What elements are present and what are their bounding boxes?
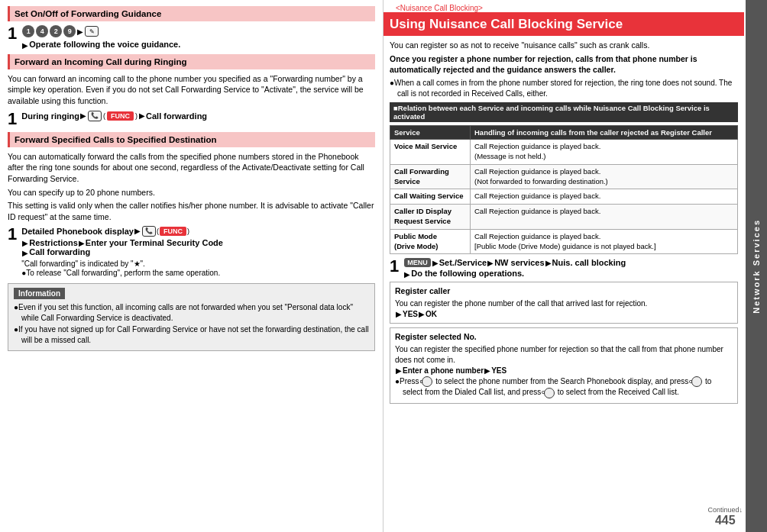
table-row: Voice Mail Service Call Rejection guidan… [390, 140, 738, 165]
service-call-waiting: Call Waiting Service [390, 189, 471, 205]
step2-content: During ringing ▶ 📞 ( FUNC ) ▶ Call forwa… [21, 111, 375, 121]
func-key: FUNC [107, 111, 134, 121]
info-box: Information ●Even if you set this functi… [8, 283, 375, 351]
right-panel: <Nuisance Call Blocking> Using Nuisance … [384, 0, 767, 532]
page-number: 445 [715, 514, 736, 527]
handling-call-forwarding: Call Rejection guidance is played back.(… [471, 164, 738, 189]
handling-call-waiting: Call Rejection guidance is played back. [471, 189, 738, 205]
step1-content: 1 4 2 9 ▶ ✎ ▶Operate following the voice… [21, 25, 375, 50]
register-caller-sub: ▶YES▶OK [395, 309, 733, 320]
register-selected-label: Register selected No. [395, 331, 733, 343]
left-panel: Set On/Off of Forwarding Guidance 1 1 4 … [0, 0, 384, 532]
table-header-handling: Handling of incoming calls from the call… [471, 126, 738, 140]
during-ringing-label: During ringing [21, 111, 79, 121]
register-caller-block: Register caller You can register the pho… [390, 282, 738, 324]
right-step1-line2: ▶Do the following operations. [403, 269, 738, 279]
step2-row: 1 During ringing ▶ 📞 ( FUNC ) ▶ Call for… [8, 111, 375, 127]
step3-row: 1 Detailed Phonebook display ▶ 📞 ( FUNC … [8, 226, 375, 280]
step1-number: 1 [8, 25, 17, 42]
sub-header: <Nuisance Call Blocking> [390, 2, 738, 12]
section3-header: Forward Specified Calls to Specified Des… [8, 132, 375, 147]
step3-content: Detailed Phonebook display ▶ 📞 ( FUNC ) … [21, 226, 375, 280]
section2-header: Forward an Incoming Call during Ringing [8, 54, 375, 69]
continued-label: Continued↓ 445 [707, 506, 743, 527]
handling-caller-id: Call Rejection guidance is played back. [471, 205, 738, 230]
right-bullet1: ●When a call comes in from the phone num… [397, 78, 738, 98]
section2-title: Forward an Incoming Call during Ringing [15, 57, 187, 66]
arrow-2: ▶ [80, 111, 86, 120]
main-title: Using Nuisance Call Blocking Service [384, 12, 744, 36]
right-step1-content: MENU ▶ Set./Service ▶ NW services ▶ Nuis… [403, 258, 738, 279]
relation-header: ■Relation between each Service and incom… [390, 102, 738, 122]
select-text: to select the phone number from the Sear… [435, 377, 688, 385]
key-received: c [544, 388, 555, 398]
right-step1-row: 1 MENU ▶ Set./Service ▶ NW services ▶ Nu… [390, 258, 738, 279]
table-row: Call Forwarding Service Call Rejection g… [390, 164, 738, 189]
register-selected-block: Register selected No. You can register t… [390, 327, 738, 404]
key-2: 2 [50, 25, 62, 37]
received-text: to select from the Received Call list. [558, 388, 679, 396]
section3-body3: This setting is valid only when the call… [8, 200, 375, 222]
right-step1-number: 1 [390, 258, 399, 275]
step1-row: 1 1 4 2 9 ▶ ✎ ▶Operate following the voi… [8, 25, 375, 50]
step3-line2: ▶Restrictions▶Enter your Terminal Securi… [21, 238, 375, 248]
arrow-1: ▶ [77, 27, 83, 36]
arrow-3: ▶ [139, 111, 145, 120]
table-row: Public Mode(Drive Mode) Call Rejection g… [390, 229, 738, 254]
side-label-container: Network Services [746, 0, 767, 532]
key-pencil: ✎ [85, 26, 99, 37]
step3-line3: ▶Call forwarding [21, 247, 375, 257]
section3-title: Forward Specified Calls to Specified Des… [15, 135, 217, 144]
section2-body: You can forward an incoming call to the … [8, 73, 375, 107]
table-row: Call Waiting Service Call Rejection guid… [390, 189, 738, 205]
info-bullet2: ●If you have not signed up for Call Forw… [21, 324, 369, 345]
key-search: c [422, 376, 432, 387]
right-body1: You can register so as not to receive "n… [390, 40, 738, 51]
service-call-forwarding: Call Forwarding Service [390, 164, 471, 189]
key-phonebook: 📞 [142, 226, 156, 237]
register-caller-label: Register caller [395, 285, 733, 297]
step3-note2: ●To release "Call forwarding", perform t… [29, 268, 375, 279]
table-row: Caller ID Display Request Service Call R… [390, 205, 738, 230]
service-table: Service Handling of incoming calls from … [390, 125, 738, 254]
step3-note1: "Call forwarding" is indicated by "★". [21, 260, 375, 268]
step1-text: ▶Operate following the voice guidance. [21, 40, 375, 50]
service-voice-mail: Voice Mail Service [390, 140, 471, 165]
section1-title: Set On/Off of Forwarding Guidance [15, 9, 161, 18]
key-9: 9 [63, 25, 76, 37]
register-selected-text: You can register the specified phone num… [395, 344, 733, 366]
key-1: 1 [22, 25, 34, 37]
section3-body1: You can automatically forward the calls … [8, 151, 375, 185]
func-key-2: FUNC [160, 227, 186, 236]
key-4: 4 [36, 25, 48, 37]
info-bullet1: ●Even if you set this function, all inco… [21, 302, 369, 323]
table-body: Voice Mail Service Call Rejection guidan… [390, 140, 738, 254]
service-caller-id: Caller ID Display Request Service [390, 205, 471, 230]
service-public-mode: Public Mode(Drive Mode) [390, 229, 471, 254]
section1-header: Set On/Off of Forwarding Guidance [8, 6, 375, 21]
register-selected-sub: ▶Enter a phone number▶YES [395, 366, 733, 376]
step2-number: 1 [8, 111, 17, 127]
side-label-text: Network Services [752, 219, 761, 314]
menu-key: MENU [404, 258, 431, 267]
handling-voice-mail: Call Rejection guidance is played back.(… [471, 140, 738, 165]
section3-body2: You can specify up to 20 phone numbers. [8, 187, 375, 198]
call-forwarding-label: Call forwarding [146, 111, 207, 121]
register-selected-bullet: ●Press c to select the phone number from… [403, 376, 733, 398]
press-text: ●Press [395, 377, 419, 385]
info-box-header: Information [14, 288, 65, 299]
key-dialed: c [691, 376, 702, 387]
right-body2: Once you register a phone number for rej… [390, 53, 738, 76]
register-caller-text: You can register the phone number of the… [395, 298, 733, 309]
table-header-service: Service [390, 126, 471, 140]
detailed-phonebook: Detailed Phonebook display [21, 227, 134, 236]
handling-public-mode: Call Rejection guidance is played back.[… [471, 229, 738, 254]
step3-number: 1 [8, 226, 17, 243]
key-func-icon: 📞 [88, 111, 102, 121]
